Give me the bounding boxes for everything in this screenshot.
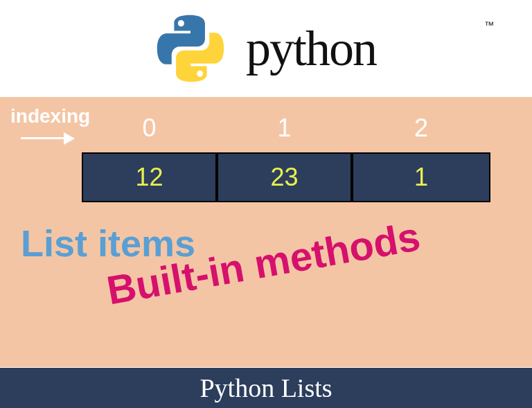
footer-title: Python Lists <box>0 368 532 408</box>
list-cells: 12 23 1 <box>82 152 490 202</box>
index-label: 1 <box>217 114 352 143</box>
brand-text: python <box>246 20 376 78</box>
list-cell: 1 <box>352 152 490 202</box>
list-cell: 12 <box>82 152 217 202</box>
list-cell: 23 <box>217 152 352 202</box>
trademark-symbol: ™ <box>484 19 494 30</box>
index-label: 2 <box>352 114 490 143</box>
index-label: 0 <box>82 114 217 143</box>
python-logo-icon <box>156 14 225 83</box>
main-panel: indexing 0 1 2 12 23 1 List items Built-… <box>0 97 532 367</box>
header: python ™ <box>0 0 532 97</box>
index-row: 0 1 2 <box>82 114 497 143</box>
arrow-right-icon <box>21 132 76 145</box>
